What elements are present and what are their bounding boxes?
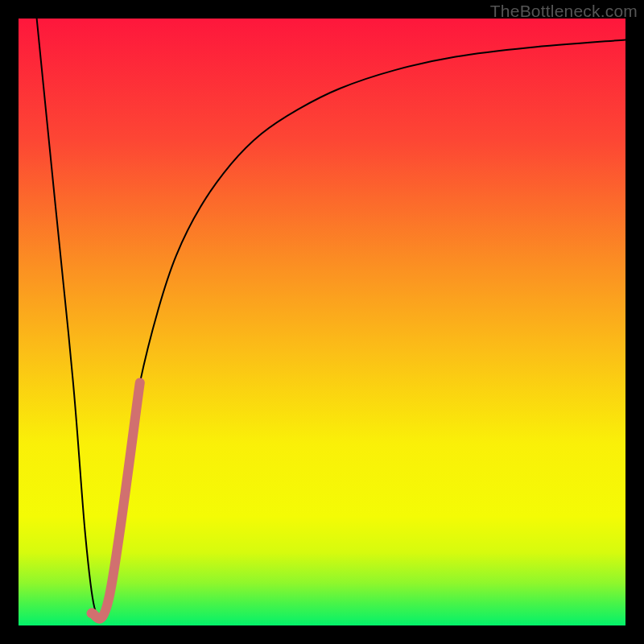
watermark-text: TheBottleneck.com xyxy=(490,2,638,21)
highlight-segment xyxy=(91,382,139,618)
chart-frame: TheBottleneck.com xyxy=(0,0,644,644)
curve-layer xyxy=(19,19,625,625)
plot-area xyxy=(19,19,625,625)
